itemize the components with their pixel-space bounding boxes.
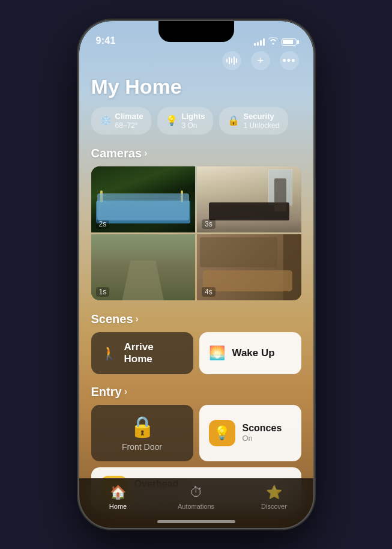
scenes-chevron: › <box>136 314 139 324</box>
chip-lights[interactable]: 💡 Lights 3 On <box>157 107 213 135</box>
notch <box>158 21 234 42</box>
more-icon: ••• <box>283 55 296 67</box>
chip-security[interactable]: 🔒 Security 1 Unlocked <box>219 107 288 135</box>
arrive-home-label: Arrive Home <box>124 341 184 365</box>
add-button[interactable]: + <box>251 51 270 70</box>
scenes-section-header[interactable]: Scenes › <box>91 312 301 326</box>
cameras-chevron: › <box>144 148 147 159</box>
wake-up-card[interactable]: 🌅 Wake Up <box>199 332 301 374</box>
home-tab-icon: 🏠 <box>110 485 126 500</box>
lights-icon: 💡 <box>166 115 178 126</box>
security-value: 1 Unlocked <box>243 121 279 130</box>
chip-climate[interactable]: ❄️ Climate 68–72° <box>91 107 152 135</box>
cam3-timestamp: 1s <box>96 287 110 297</box>
home-indicator <box>157 520 235 523</box>
arrive-home-icon: 🚶 <box>101 345 117 361</box>
camera-1[interactable]: 2s <box>91 166 196 232</box>
tab-bar: 🏠 Home ⏱ Automations ⭐ Discover <box>79 478 313 528</box>
toolbar: + ••• <box>91 51 301 70</box>
more-button[interactable]: ••• <box>280 51 299 70</box>
main-content: + ••• My Home ❄️ Climate 68–72° 💡 <box>79 51 313 511</box>
battery-icon <box>282 38 297 46</box>
sconces-label: Sconces <box>243 423 282 434</box>
automations-tab-label: Automations <box>178 503 214 510</box>
wake-up-label: Wake Up <box>232 347 275 359</box>
cameras-title: Cameras <box>91 147 142 160</box>
entry-section-header[interactable]: Entry › <box>91 385 301 399</box>
climate-value: 68–72° <box>115 121 143 130</box>
category-chips: ❄️ Climate 68–72° 💡 Lights 3 On 🔒 <box>91 107 301 135</box>
arrive-home-card[interactable]: 🚶 Arrive Home <box>91 332 193 374</box>
sconces-icon: 💡 <box>214 425 230 441</box>
entry-chevron: › <box>124 386 127 397</box>
entry-grid: 🔒 Front Door 💡 Sconces On <box>91 405 301 461</box>
security-icon: 🔒 <box>228 115 240 126</box>
entry-title: Entry <box>91 385 122 399</box>
security-label: Security <box>243 112 279 121</box>
scenes-section: Scenes › 🚶 Arrive Home 🌅 Wake Up <box>91 312 301 374</box>
scenes-title: Scenes <box>91 312 133 326</box>
climate-icon: ❄️ <box>100 115 112 126</box>
camera-4[interactable]: 4s <box>197 234 301 300</box>
scenes-row: 🚶 Arrive Home 🌅 Wake Up <box>91 332 301 374</box>
camera-grid: 2s 3s 1s <box>91 166 301 300</box>
page-title: My Home <box>91 75 301 99</box>
wifi-icon <box>268 37 278 46</box>
automations-tab-icon: ⏱ <box>190 485 203 500</box>
wave-button[interactable] <box>222 51 241 70</box>
cam2-timestamp: 3s <box>202 219 216 229</box>
tab-discover[interactable]: ⭐ Discover <box>235 485 313 510</box>
camera-3[interactable]: 1s <box>91 234 196 300</box>
lights-label: Lights <box>181 112 205 121</box>
sconces-info: Sconces On <box>243 423 282 443</box>
front-door-icon: 🔒 <box>130 414 155 438</box>
tab-automations[interactable]: ⏱ Automations <box>157 485 235 510</box>
sconces-status: On <box>243 434 282 443</box>
discover-tab-icon: ⭐ <box>266 485 282 500</box>
front-door-label: Front Door <box>122 442 162 452</box>
cam1-timestamp: 2s <box>96 219 110 229</box>
cameras-section-header[interactable]: Cameras › <box>91 147 301 160</box>
phone-frame: 9:41 <box>79 21 313 528</box>
wake-up-icon: 🌅 <box>209 345 225 361</box>
home-tab-label: Home <box>109 503 127 510</box>
status-time: 9:41 <box>96 35 116 46</box>
wave-icon <box>226 56 237 65</box>
lights-value: 3 On <box>181 121 205 130</box>
front-door-card[interactable]: 🔒 Front Door <box>91 405 193 461</box>
cam4-timestamp: 4s <box>202 287 216 297</box>
tab-home[interactable]: 🏠 Home <box>79 485 157 510</box>
climate-label: Climate <box>115 112 143 121</box>
camera-2[interactable]: 3s <box>197 166 301 232</box>
screen: 9:41 <box>79 21 313 528</box>
sconces-icon-bg: 💡 <box>209 420 235 446</box>
signal-icon <box>254 38 265 46</box>
status-icons <box>254 37 297 46</box>
add-icon: + <box>257 55 264 66</box>
discover-tab-label: Discover <box>261 503 287 510</box>
sconces-card[interactable]: 💡 Sconces On <box>199 405 301 461</box>
